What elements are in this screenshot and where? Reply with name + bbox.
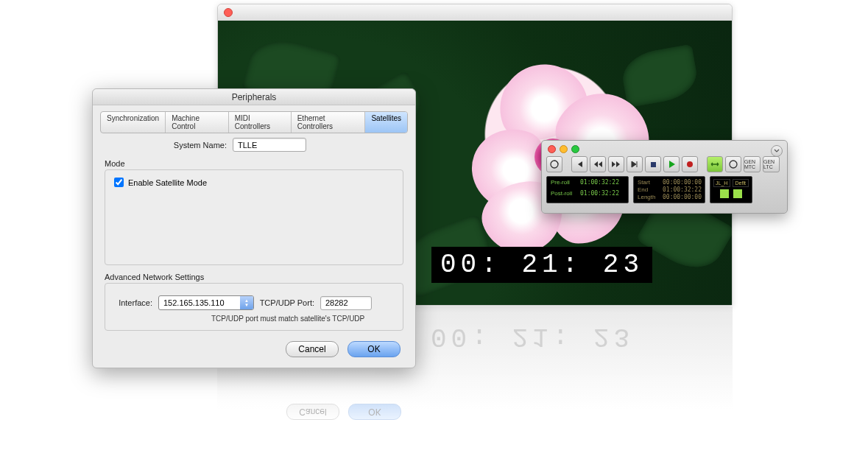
postroll-value[interactable]: 01:00:32:22 bbox=[580, 190, 627, 200]
chevron-updown-icon: ▲▼ bbox=[240, 296, 253, 309]
gen-ltc-button[interactable]: GEN LTC bbox=[763, 156, 780, 172]
system-name-label: System Name: bbox=[93, 141, 233, 150]
gen-mtc-button[interactable]: GEN MTC bbox=[744, 156, 761, 172]
end-label: End bbox=[638, 186, 663, 193]
preroll-label: Pre-roll bbox=[551, 179, 580, 189]
port-label: TCP/UDP Port: bbox=[254, 298, 320, 307]
track-indicator[interactable] bbox=[733, 189, 742, 198]
timecode-overlay: 00: 21: 23 bbox=[431, 247, 652, 283]
svg-point-3 bbox=[730, 161, 737, 168]
length-value[interactable]: 00:00:00:00 bbox=[663, 194, 707, 200]
close-icon[interactable] bbox=[548, 145, 556, 153]
dialog-reflection: Cancel OK bbox=[92, 368, 416, 427]
stop-button[interactable] bbox=[645, 156, 661, 172]
tab-satellites[interactable]: Satellites bbox=[365, 112, 407, 133]
go-to-start-button[interactable] bbox=[571, 156, 588, 172]
window-controls bbox=[546, 144, 783, 156]
roll-display: Pre-roll 01:00:32:22 Post-roll 01:00:32:… bbox=[546, 176, 629, 203]
interface-value: 152.165.135.110 bbox=[159, 298, 240, 307]
col-b-label: Deflt bbox=[733, 179, 749, 187]
mode-section-label: Mode bbox=[105, 159, 415, 168]
cancel-button[interactable]: Cancel bbox=[286, 341, 339, 357]
track-indicator[interactable] bbox=[720, 189, 729, 198]
advanced-group: Interface: 152.165.135.110 ▲▼ TCP/UDP Po… bbox=[105, 283, 403, 331]
go-to-end-button[interactable] bbox=[627, 156, 643, 172]
track-arm-display: JL_H Deflt bbox=[710, 176, 752, 203]
fast-forward-button[interactable] bbox=[608, 156, 624, 172]
peripherals-dialog: Peripherals Synchronization Machine Cont… bbox=[92, 88, 416, 368]
selection-display: Start 00:00:00:00 End 01:00:32:22 Length… bbox=[633, 176, 705, 203]
enable-satellite-label: Enable Satellite Mode bbox=[128, 178, 207, 187]
start-label: Start bbox=[638, 179, 663, 186]
port-note: TCP/UDP port must match satellite's TCP/… bbox=[211, 315, 394, 323]
link-button[interactable] bbox=[707, 156, 723, 172]
interface-select[interactable]: 152.165.135.110 ▲▼ bbox=[158, 295, 254, 310]
collapse-button[interactable] bbox=[771, 145, 783, 157]
minimize-icon[interactable] bbox=[560, 145, 568, 153]
ok-button[interactable]: OK bbox=[347, 341, 401, 357]
enable-satellite-checkbox[interactable]: Enable Satellite Mode bbox=[114, 178, 394, 187]
video-window-titlebar[interactable] bbox=[218, 4, 732, 21]
tab-machine-control[interactable]: Machine Control bbox=[166, 112, 229, 133]
mode-group: Enable Satellite Mode bbox=[105, 169, 403, 265]
col-a-label: JL_H bbox=[713, 179, 730, 187]
port-input[interactable] bbox=[320, 296, 372, 310]
length-label: Length bbox=[638, 194, 663, 200]
advanced-section-label: Advanced Network Settings bbox=[105, 273, 415, 281]
postroll-label: Post-roll bbox=[551, 190, 580, 200]
svg-point-2 bbox=[687, 161, 693, 167]
online-button[interactable] bbox=[546, 156, 562, 172]
enable-satellite-input[interactable] bbox=[114, 178, 124, 187]
dialog-title[interactable]: Peripherals bbox=[93, 89, 415, 105]
tab-midi-controllers[interactable]: MIDI Controllers bbox=[229, 112, 292, 133]
start-value[interactable]: 00:00:00:00 bbox=[663, 179, 707, 186]
tab-bar: Synchronization Machine Control MIDI Con… bbox=[100, 111, 408, 133]
tab-ethernet-controllers[interactable]: Ethernet Controllers bbox=[292, 112, 366, 133]
system-name-input[interactable] bbox=[233, 138, 306, 152]
rewind-button[interactable] bbox=[590, 156, 606, 172]
close-icon[interactable] bbox=[224, 8, 233, 17]
sync-button[interactable] bbox=[725, 156, 741, 172]
preroll-value[interactable]: 01:00:32:22 bbox=[580, 179, 627, 189]
end-value[interactable]: 01:00:32:22 bbox=[663, 186, 707, 193]
play-button[interactable] bbox=[663, 156, 680, 172]
interface-label: Interface: bbox=[114, 298, 158, 307]
tab-synchronization[interactable]: Synchronization bbox=[101, 112, 166, 133]
transport-panel: GEN MTC GEN LTC Pre-roll 01:00:32:22 Pos… bbox=[541, 140, 788, 214]
zoom-icon[interactable] bbox=[571, 145, 579, 153]
record-button[interactable] bbox=[682, 156, 698, 172]
svg-rect-1 bbox=[651, 162, 656, 167]
